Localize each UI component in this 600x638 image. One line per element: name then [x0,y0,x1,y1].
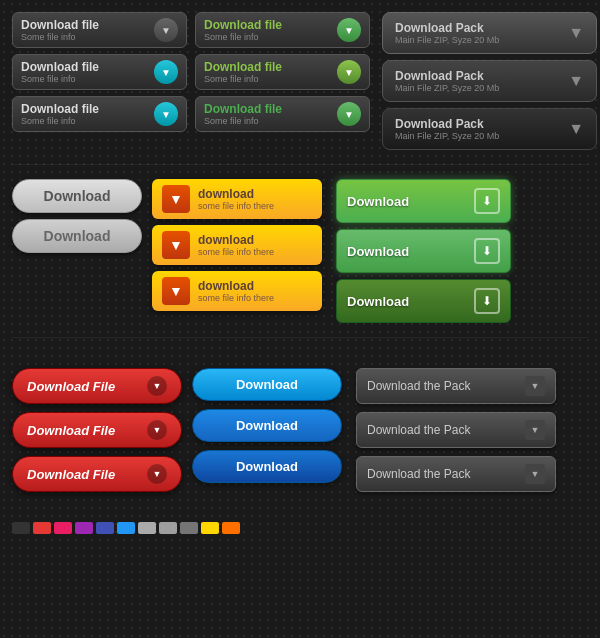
btn-sub-3: Some file info [21,116,99,126]
gray-pack-arrow-3: ▼ [525,464,545,484]
btn-sub-5: Some file info [204,74,282,84]
btn-title-4: Download file [204,18,282,32]
white-btn-label-2: Download [44,228,111,244]
download-icon-1: ▼ [154,18,178,42]
pack-title-3: Download Pack [395,117,499,131]
yellow-icon-2: ▼ [162,231,190,259]
gray-pack-label-2: Download the Pack [367,423,470,437]
pack-title-1: Download Pack [395,21,499,35]
swatch-1[interactable] [12,522,30,534]
white-btn-label-1: Download [44,188,111,204]
swatch-8[interactable] [159,522,177,534]
gray-pack-btn-2[interactable]: Download the Pack ▼ [356,412,556,448]
green-icon-3: ⬇ [474,288,500,314]
green-download-btn-2[interactable]: Download ⬇ [336,229,511,273]
pack-btn-3[interactable]: Download Pack Main File ZIP, Syze 20 Mb … [382,108,597,150]
green-icon-1: ⬇ [474,188,500,214]
white-download-btn-2[interactable]: Download [12,219,142,253]
pack-btn-2[interactable]: Download Pack Main File ZIP, Syze 20 Mb … [382,60,597,102]
btn-title-1: Download file [21,18,99,32]
red-label-2: Download File [27,423,115,438]
dark-download-btn-3[interactable]: Download file Some file info ▼ [12,96,187,132]
divider-2 [12,337,588,338]
red-icon-2: ▼ [147,420,167,440]
green-download-btn-1[interactable]: Download ⬇ [336,179,511,223]
swatch-4[interactable] [75,522,93,534]
swatch-11[interactable] [222,522,240,534]
gray-pack-label-3: Download the Pack [367,467,470,481]
yellow-sub-2: some file info there [198,247,274,257]
btn-sub-1: Some file info [21,32,99,42]
red-download-btn-1[interactable]: Download File ▼ [12,368,182,404]
download-icon-6: ▼ [337,102,361,126]
pack-arrow-3: ▼ [568,120,584,138]
yellow-title-2: download [198,233,274,247]
swatch-3[interactable] [54,522,72,534]
yellow-download-btn-3[interactable]: ▼ download some file info there [152,271,322,311]
green-label-2: Download [347,244,409,259]
blue-label-2: Download [236,418,298,433]
divider-1 [12,164,588,165]
blue-download-btn-3[interactable]: Download [192,450,342,483]
pack-sub-1: Main File ZIP, Syze 20 Mb [395,35,499,45]
swatch-10[interactable] [201,522,219,534]
blue-label-1: Download [236,377,298,392]
yellow-title-1: download [198,187,274,201]
btn-sub-4: Some file info [204,32,282,42]
dark-download-btn-5[interactable]: Download file Some file info ▼ [195,54,370,90]
green-icon-2: ⬇ [474,238,500,264]
pack-btn-1[interactable]: Download Pack Main File ZIP, Syze 20 Mb … [382,12,597,54]
blue-download-btn-2[interactable]: Download [192,409,342,442]
pack-sub-2: Main File ZIP, Syze 20 Mb [395,83,499,93]
color-palette [12,522,588,534]
yellow-icon-1: ▼ [162,185,190,213]
swatch-7[interactable] [138,522,156,534]
download-icon-3: ▼ [154,102,178,126]
red-icon-3: ▼ [147,464,167,484]
white-download-btn-1[interactable]: Download [12,179,142,213]
gray-pack-arrow-2: ▼ [525,420,545,440]
yellow-sub-3: some file info there [198,293,274,303]
swatch-6[interactable] [117,522,135,534]
green-label-1: Download [347,194,409,209]
pack-title-2: Download Pack [395,69,499,83]
btn-title-5: Download file [204,60,282,74]
gray-pack-label-1: Download the Pack [367,379,470,393]
gray-pack-arrow-1: ▼ [525,376,545,396]
gray-pack-btn-1[interactable]: Download the Pack ▼ [356,368,556,404]
yellow-icon-3: ▼ [162,277,190,305]
red-label-1: Download File [27,379,115,394]
download-icon-5: ▼ [337,60,361,84]
pack-arrow-1: ▼ [568,24,584,42]
swatch-2[interactable] [33,522,51,534]
swatch-9[interactable] [180,522,198,534]
green-label-3: Download [347,294,409,309]
gray-pack-btn-3[interactable]: Download the Pack ▼ [356,456,556,492]
green-download-btn-3[interactable]: Download ⬇ [336,279,511,323]
red-download-btn-3[interactable]: Download File ▼ [12,456,182,492]
swatch-5[interactable] [96,522,114,534]
red-download-btn-2[interactable]: Download File ▼ [12,412,182,448]
btn-title-2: Download file [21,60,99,74]
btn-title-3: Download file [21,102,99,116]
dark-download-btn-4[interactable]: Download file Some file info ▼ [195,12,370,48]
pack-arrow-2: ▼ [568,72,584,90]
dark-download-btn-2[interactable]: Download file Some file info ▼ [12,54,187,90]
btn-sub-6: Some file info [204,116,282,126]
yellow-sub-1: some file info there [198,201,274,211]
btn-title-6: Download file [204,102,282,116]
dark-download-btn-1[interactable]: Download file Some file info ▼ [12,12,187,48]
download-icon-2: ▼ [154,60,178,84]
pack-sub-3: Main File ZIP, Syze 20 Mb [395,131,499,141]
blue-download-btn-1[interactable]: Download [192,368,342,401]
red-label-3: Download File [27,467,115,482]
yellow-download-btn-2[interactable]: ▼ download some file info there [152,225,322,265]
red-icon-1: ▼ [147,376,167,396]
blue-label-3: Download [236,459,298,474]
yellow-download-btn-1[interactable]: ▼ download some file info there [152,179,322,219]
dark-download-btn-6[interactable]: Download file Some file info ▼ [195,96,370,132]
btn-sub-2: Some file info [21,74,99,84]
yellow-title-3: download [198,279,274,293]
download-icon-4: ▼ [337,18,361,42]
